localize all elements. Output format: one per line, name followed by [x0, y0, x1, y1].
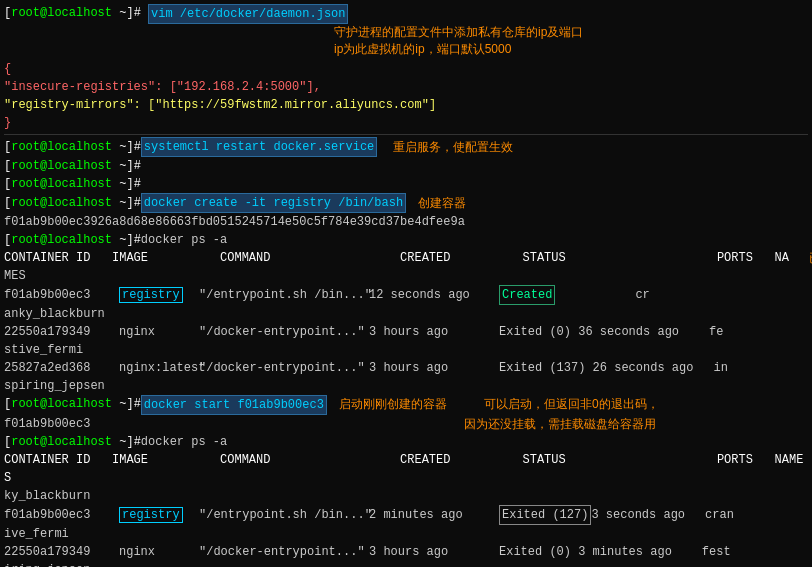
row1-name: cr	[635, 286, 649, 304]
prompt-7: [root@localhost ~]#	[4, 395, 141, 413]
prompt-4: [root@localhost ~]#	[4, 175, 141, 193]
row4-id: f01ab9b00ec3	[4, 506, 119, 524]
table-header-2: CONTAINER ID IMAGE COMMAND CREATED STATU…	[4, 451, 803, 469]
comment-nonzero: 可以启动，但返回非0的退出码，	[484, 395, 659, 413]
prompt-6: [root@localhost ~]#	[4, 231, 141, 249]
table-row-2b-name: stive_fermi	[4, 341, 808, 359]
table-row-2: 22550a179349 nginx "/docker-entrypoint..…	[4, 323, 808, 341]
row2-created: 3 hours ago	[369, 323, 499, 341]
hash-output: f01ab9b00ec3926a8d68e86663fbd0515245714e…	[4, 213, 465, 231]
prompt-1: [root@localhost ~]#	[4, 4, 148, 22]
row3-id: 25827a2ed368	[4, 359, 119, 377]
table-header-1: CONTAINER ID IMAGE COMMAND CREATED STATU…	[4, 249, 789, 267]
table-row-3b-name: spiring_jepsen	[4, 377, 808, 395]
row4-status-exited: Exited (127)	[499, 505, 591, 525]
cmd-restart-line: [root@localhost ~]# systemctl restart do…	[4, 137, 808, 157]
comment-start: 启动刚刚创建的容器	[339, 395, 447, 413]
row2-image: nginx	[119, 323, 199, 341]
prompt-8: [root@localhost ~]#	[4, 433, 141, 451]
row2-id: 22550a179349	[4, 323, 119, 341]
hash-output-line: f01ab9b00ec3926a8d68e86663fbd0515245714e…	[4, 213, 808, 231]
row2-name: fe	[709, 323, 723, 341]
cmd-start-section: [root@localhost ~]# docker start f01ab9b…	[4, 395, 808, 415]
start-output-section: f01ab9b00ec3 因为还没挂载，需挂载磁盘给容器用	[4, 415, 808, 433]
cmd-restart: systemctl restart docker.service	[141, 137, 377, 157]
table-header-2s: S	[4, 469, 808, 487]
table-row-5-name: ive_fermi	[4, 525, 808, 543]
prompt-5: [root@localhost ~]#	[4, 194, 141, 212]
json-line-mirrors: "registry-mirrors": ["https://59fwstm2.m…	[4, 96, 808, 114]
cmd-create-line: [root@localhost ~]# docker create -it re…	[4, 193, 808, 213]
ps-cmd-line-1: [root@localhost ~]# docker ps -a	[4, 231, 808, 249]
blank-2: [root@localhost ~]#	[4, 175, 808, 193]
table-row-6-name: iring_jepsen	[4, 561, 808, 567]
comment-nonzero-2: 因为还没挂载，需挂载磁盘给容器用	[464, 415, 656, 433]
ps-cmd-line-2: [root@localhost ~]# docker ps -a	[4, 433, 808, 451]
row1-id: f01ab9b00ec3	[4, 286, 119, 304]
row1-image-wrap: registry	[119, 286, 199, 304]
row2-status: Exited (0) 36 seconds ago	[499, 323, 679, 341]
table-header-2-section: CONTAINER ID IMAGE COMMAND CREATED STATU…	[4, 451, 808, 469]
row4-image: registry	[119, 507, 183, 523]
table-row-2-name: anky_blackburn	[4, 305, 808, 323]
row3-name: in	[713, 359, 727, 377]
terminal-window: [root@localhost ~]# vim /etc/docker/daem…	[0, 0, 812, 567]
json-line-brace-open: {	[4, 60, 808, 78]
row5-cmd: "/docker-entrypoint..."	[199, 543, 369, 561]
row5-id: 22550a179349	[4, 543, 119, 561]
row4-status-rest: 3 seconds ago	[591, 506, 685, 524]
table-row-4-name: ky_blackburn	[4, 487, 808, 505]
json-line-registries: "insecure-registries": ["192.168.2.4:500…	[4, 78, 808, 96]
row5-status: Exited (0) 3 minutes ago	[499, 543, 672, 561]
row3-status: Exited (137) 26 seconds ago	[499, 359, 693, 377]
row1-created: 12 seconds ago	[369, 286, 499, 304]
annotation-daemon-text: 守护进程的配置文件中添加私有仓库的ip及端口 ip为此虚拟机的ip，端口默认50…	[334, 24, 583, 58]
row4-cmd: "/entrypoint.sh /bin..."	[199, 506, 369, 524]
row1-status: Created	[499, 285, 555, 305]
start-output: f01ab9b00ec3	[4, 415, 90, 433]
json-line-brace-close: }	[4, 114, 808, 132]
divider-1	[4, 134, 808, 135]
cmd-start: docker start f01ab9b00ec3	[141, 395, 327, 415]
row4-name: cran	[705, 506, 734, 524]
row3-created: 3 hours ago	[369, 359, 499, 377]
row4-created: 2 minutes ago	[369, 506, 499, 524]
table-row-5: 22550a179349 nginx "/docker-entrypoint..…	[4, 543, 808, 561]
comment-create: 创建容器	[418, 194, 466, 212]
row1-image: registry	[119, 287, 183, 303]
comment-restart: 重启服务，使配置生效	[393, 138, 513, 156]
row3-image: nginx:latest	[119, 359, 199, 377]
annotation-daemon: 守护进程的配置文件中添加私有仓库的ip及端口 ip为此虚拟机的ip，端口默认50…	[4, 24, 808, 60]
row1-cmd: "/entrypoint.sh /bin..."	[199, 286, 369, 304]
cmd-vim: vim /etc/docker/daemon.json	[148, 4, 348, 24]
cmd-line-1: [root@localhost ~]# vim /etc/docker/daem…	[4, 4, 808, 24]
row5-image: nginx	[119, 543, 199, 561]
table-row-1-name: MES	[4, 267, 808, 285]
prompt-3: [root@localhost ~]#	[4, 157, 141, 175]
row4-image-wrap: registry	[119, 506, 199, 524]
row5-created: 3 hours ago	[369, 543, 499, 561]
row3-cmd: "/docker-entrypoint..."	[199, 359, 369, 377]
table-row-3: 25827a2ed368 nginx:latest "/docker-entry…	[4, 359, 808, 377]
row2-cmd: "/docker-entrypoint..."	[199, 323, 369, 341]
blank-1: [root@localhost ~]#	[4, 157, 808, 175]
table-row-4: f01ab9b00ec3 registry "/entrypoint.sh /b…	[4, 505, 808, 525]
prompt-2: [root@localhost ~]#	[4, 138, 141, 156]
row5-name: fest	[702, 543, 731, 561]
table-header-section: CONTAINER ID IMAGE COMMAND CREATED STATU…	[4, 249, 808, 267]
table-row-1: f01ab9b00ec3 registry "/entrypoint.sh /b…	[4, 285, 808, 305]
cmd-create: docker create -it registry /bin/bash	[141, 193, 406, 213]
